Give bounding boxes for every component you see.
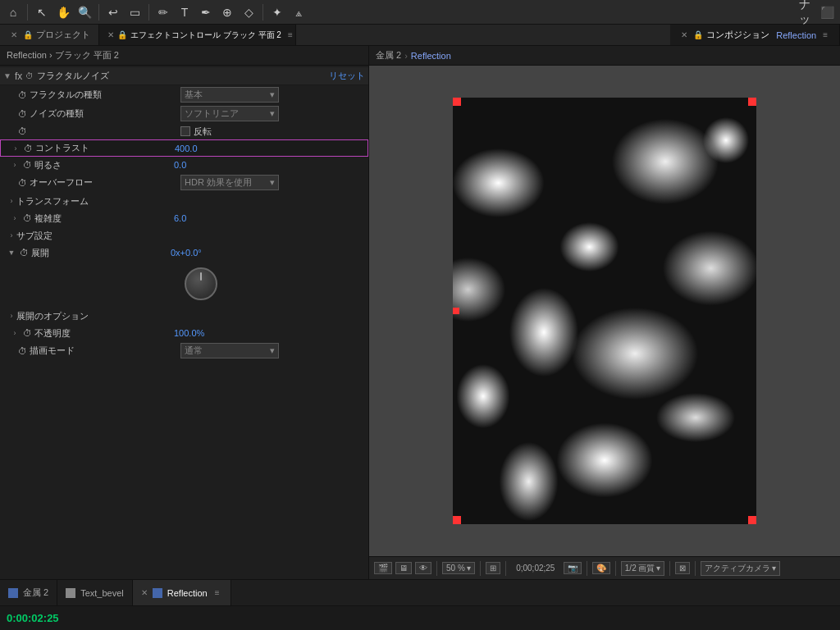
complexity-value[interactable]: 6.0 <box>174 213 186 223</box>
fx-stopwatch[interactable]: ⏱ <box>25 71 34 80</box>
footer-sep4 <box>587 561 587 576</box>
transform-section[interactable]: › トランスフォーム <box>0 192 368 210</box>
sub-settings-section[interactable]: › サブ設定 <box>0 226 368 244</box>
fractal-type-stopwatch[interactable]: ⏱ <box>16 89 28 101</box>
eraser-tool[interactable]: ◇ <box>239 2 258 22</box>
undo-button[interactable]: ↩ <box>103 2 123 22</box>
blend-mode-label: 描画モード <box>30 345 75 357</box>
brightness-value[interactable]: 0.0 <box>174 160 186 170</box>
comp-breadcrumb-parent[interactable]: 金属 2 <box>376 49 401 62</box>
resolution-dropdown[interactable]: 1/2 画質 ▾ <box>621 561 665 576</box>
selection-tool[interactable]: ↖ <box>32 2 52 22</box>
contrast-row: › ⏱ コントラスト 400.0 <box>0 139 368 157</box>
pen-tool[interactable]: ✏ <box>153 2 173 22</box>
evolution-options-expand[interactable]: › <box>7 311 16 321</box>
hand-tool[interactable]: ✋ <box>53 2 73 22</box>
noise-type-stopwatch[interactable]: ⏱ <box>16 108 28 120</box>
zoom-dropdown[interactable]: 50 % ▾ <box>442 562 475 574</box>
brush-tool[interactable]: ✒ <box>196 2 216 22</box>
color-button[interactable]: 🎨 <box>592 562 610 574</box>
invert-label: 反転 <box>194 126 212 138</box>
effect-tab-close[interactable]: ✕ <box>107 30 114 41</box>
noise-type-value-text: ソフトリニア <box>185 107 239 120</box>
noise-type-dropdown[interactable]: ソフトリニア ▾ <box>180 106 279 121</box>
noise-type-chevron: ▾ <box>270 108 275 119</box>
project-tab-close[interactable]: ✕ <box>8 30 20 41</box>
opacity-stopwatch[interactable]: ⏱ <box>21 327 33 339</box>
right-tab-group: ✕ 🔒 コンポジション Reflection ≡ <box>670 25 840 45</box>
invert-stopwatch[interactable]: ⏱ <box>16 126 28 137</box>
grid2-button[interactable]: ⊠ <box>675 562 690 574</box>
evolution-expand[interactable]: ▼ <box>7 248 16 258</box>
preview-button[interactable]: 👁 <box>415 562 431 574</box>
overflow-dropdown[interactable]: HDR 効果を使用 ▾ <box>180 175 279 190</box>
zoom-tool[interactable]: 🔍 <box>75 2 94 22</box>
evolution-options-section[interactable]: › 展開のオプション <box>0 307 368 325</box>
timeline-tab-reflection[interactable]: ✕ Reflection ≡ <box>133 580 231 605</box>
evolution-dial-container <box>33 261 368 307</box>
shape-tool[interactable]: ▭ <box>125 2 144 22</box>
opacity-row: › ⏱ 不透明度 100.0% <box>0 325 368 341</box>
effect-tab-menu[interactable]: ≡ <box>285 30 296 39</box>
clone-tool[interactable]: ⊕ <box>217 2 237 22</box>
reflection-tab-menu[interactable]: ≡ <box>212 588 222 597</box>
divider1 <box>27 4 28 21</box>
contrast-value[interactable]: 400.0 <box>175 144 198 153</box>
grid-button[interactable]: ⊞ <box>486 562 500 574</box>
evolution-dial[interactable] <box>185 267 217 300</box>
complexity-stopwatch[interactable]: ⏱ <box>21 212 33 224</box>
puppet-tool[interactable]: ✦ <box>267 2 287 22</box>
blend-mode-dropdown[interactable]: 通常 ▾ <box>180 343 279 358</box>
sub-settings-expand[interactable]: › <box>7 231 16 240</box>
transform-expand[interactable]: › <box>7 196 16 206</box>
evolution-stopwatch[interactable]: ⏱ <box>18 247 30 258</box>
timeline: 金属 2 Text_bevel ✕ Reflection ≡ <box>0 579 840 605</box>
text-tool[interactable]: T <box>175 2 194 22</box>
blend-mode-stopwatch[interactable]: ⏱ <box>16 345 28 357</box>
view-dropdown[interactable]: アクティブカメラ ▾ <box>701 561 780 576</box>
footage-button[interactable]: 🎬 <box>374 562 392 574</box>
contrast-stopwatch[interactable]: ⏱ <box>22 143 34 154</box>
breadcrumb-text: Reflection › ブラック 平面 2 <box>7 50 119 60</box>
timeline-tab-kinzoku[interactable]: 金属 2 <box>0 580 57 605</box>
comp-tab-menu[interactable]: ≡ <box>819 30 831 39</box>
effect-controls-tab[interactable]: ✕ 🔒 エフェクトコントロール ブラック 平面 2 ≡ <box>99 25 296 45</box>
comp-breadcrumb-sep: › <box>404 51 408 61</box>
overflow-stopwatch[interactable]: ⏱ <box>16 177 28 189</box>
comp-breadcrumb-current[interactable]: Reflection <box>411 51 451 61</box>
breadcrumb: Reflection › ブラック 平面 2 <box>0 46 368 66</box>
comp-tab-close[interactable]: ✕ <box>678 30 690 41</box>
snap-button[interactable]: スナップ <box>795 2 815 22</box>
3d-tool[interactable]: ⟁ <box>289 2 308 22</box>
camera-button[interactable]: 📷 <box>564 562 582 574</box>
overflow-label-area: ⏱ オーバーフロー <box>16 176 180 189</box>
contrast-expand[interactable]: › <box>11 144 21 153</box>
tab-color-textbevel <box>66 588 75 598</box>
reset-button[interactable]: リセット <box>329 70 365 82</box>
timeline-tab-textbevel[interactable]: Text_bevel <box>57 580 133 605</box>
left-panel: Reflection › ブラック 平面 2 ▼ fx ⏱ フラクタルノイズ リ… <box>0 46 369 579</box>
contrast-label-area: › ⏱ コントラスト <box>11 142 175 154</box>
home-button[interactable]: ⌂ <box>3 2 23 22</box>
monitor-button[interactable]: 🖥 <box>395 562 412 574</box>
complexity-expand[interactable]: › <box>10 213 20 223</box>
expand-button[interactable]: ⬛ <box>817 2 837 22</box>
brightness-expand[interactable]: › <box>10 160 20 170</box>
reflection-tab-close[interactable]: ✕ <box>141 588 148 597</box>
expand-fx-arrow[interactable]: ▼ <box>3 71 11 80</box>
brightness-stopwatch[interactable]: ⏱ <box>21 159 33 171</box>
dial-mark <box>200 272 202 281</box>
comp-breadcrumb: 金属 2 › Reflection <box>369 46 840 66</box>
timeline-tabs: 金属 2 Text_bevel ✕ Reflection ≡ <box>0 580 231 605</box>
project-tab[interactable]: ✕ 🔒 プロジェクト <box>0 25 99 45</box>
divider3 <box>148 4 149 21</box>
evolution-value[interactable]: 0x+0.0° <box>171 248 202 258</box>
fractal-type-dropdown[interactable]: 基本 ▾ <box>180 87 279 103</box>
opacity-value[interactable]: 100.0% <box>174 328 204 338</box>
comp-footer: 🎬 🖥 👁 50 % ▾ ⊞ 0;00;02;25 📷 🎨 1/2 画質 ▾ ⊠ <box>369 556 840 579</box>
opacity-expand[interactable]: › <box>10 328 20 338</box>
comp-tab[interactable]: ✕ 🔒 コンポジション Reflection ≡ <box>670 25 840 45</box>
invert-checkbox[interactable] <box>180 126 190 136</box>
left-tab-group: ✕ 🔒 プロジェクト ✕ 🔒 エフェクトコントロール ブラック 平面 2 ≡ <box>0 25 296 45</box>
view-label: アクティブカメラ <box>705 563 770 574</box>
